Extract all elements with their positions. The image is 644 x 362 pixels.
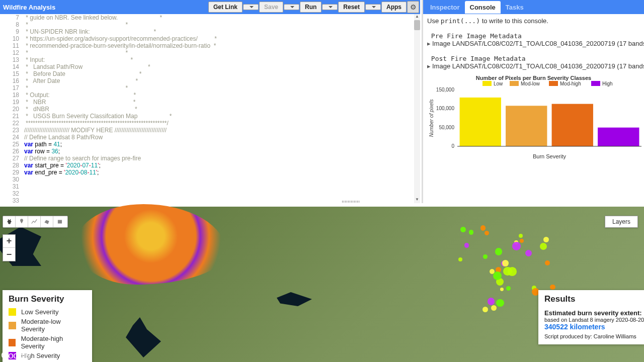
svg-text:Mod-high: Mod-high [560, 81, 581, 86]
script-title: Wildfire Analysis [3, 4, 55, 11]
side-panel: Inspector Console Tasks Use print(...) t… [422, 0, 644, 203]
console-body[interactable]: Use print(...) to write to this console.… [423, 14, 644, 203]
console-blank [427, 47, 640, 55]
splitter-grip-icon [342, 201, 360, 203]
marker-tool[interactable] [16, 216, 28, 227]
console-line: Pre Fire Image Metadata [427, 32, 640, 40]
burn-overlay [75, 204, 226, 285]
save-button[interactable]: Save [259, 2, 283, 13]
chart-title: Number of Pixels per Burn Severity Class… [427, 75, 640, 81]
line-gutter: 7891011121314151617181920212223242526272… [0, 14, 24, 203]
side-tabs: Inspector Console Tasks [423, 0, 644, 14]
code-area[interactable]: * guide on NBR. See linked below. * * * … [24, 14, 420, 203]
legend-label: Low Severity [21, 308, 58, 316]
pan-tool[interactable] [3, 216, 16, 227]
expand-icon: ▸ [427, 62, 432, 70]
legend-swatch [9, 339, 16, 346]
legend-title: Burn Severity [9, 294, 86, 304]
toolbar-buttons: Get Link Save Run Reset Apps ⚙ [208, 0, 419, 14]
editor-toolbar: Wildfire Analysis Get Link Save Run Rese… [0, 0, 420, 14]
chevron-down-icon [329, 6, 333, 8]
legend-swatch [9, 308, 16, 316]
results-value[interactable]: 340522 kilometers [544, 323, 638, 331]
results-basis: based on Landsat 8 imagery 2020-08-20 [544, 317, 638, 323]
legend-label: Moderate-high Severity [21, 335, 86, 350]
reset-dropdown[interactable] [365, 4, 381, 10]
gear-icon: ⚙ [410, 3, 417, 11]
svg-rect-16 [598, 128, 639, 146]
svg-text:100,000: 100,000 [436, 106, 455, 111]
zoom-out-button[interactable]: − [3, 248, 15, 261]
map-tools [3, 216, 68, 228]
results-headline: Estimated burn severity extent: [544, 309, 638, 317]
chevron-down-icon [290, 6, 294, 8]
layers-button[interactable]: Layers [605, 216, 638, 228]
legend-item: Moderate-high Severity [9, 334, 86, 351]
chevron-down-icon [250, 6, 254, 8]
svg-rect-14 [506, 106, 547, 146]
google-logo: Google [1, 350, 30, 361]
panel-splitter[interactable] [0, 203, 644, 207]
run-button[interactable]: Run [300, 2, 321, 13]
svg-rect-15 [552, 104, 593, 146]
svg-rect-13 [460, 98, 501, 146]
svg-rect-9 [549, 81, 558, 86]
map-water [277, 292, 312, 306]
chart-area: 050,000100,000150,000Number of pixelsLow… [427, 81, 643, 161]
run-dropdown[interactable] [322, 4, 338, 10]
console-chart: Number of Pixels per Burn Severity Class… [427, 75, 640, 161]
svg-rect-11 [591, 81, 600, 86]
expand-icon: ▸ [427, 40, 432, 47]
svg-rect-19 [57, 220, 61, 224]
zoom-controls: + − [3, 234, 16, 261]
scroll-thumb[interactable] [414, 20, 420, 30]
map[interactable]: + − Layers Burn Severity Low SeverityMod… [0, 207, 644, 362]
zoom-in-button[interactable]: + [3, 235, 15, 248]
tab-tasks[interactable]: Tasks [501, 1, 529, 14]
apps-button[interactable]: Apps [381, 2, 407, 13]
editor-scrollbar[interactable]: ▲ ▼ [414, 14, 420, 203]
save-dropdown[interactable] [284, 4, 299, 10]
tab-console[interactable]: Console [465, 1, 501, 14]
svg-rect-5 [482, 81, 492, 86]
get-link-dropdown[interactable] [243, 4, 259, 10]
map-water [126, 317, 161, 357]
results-panel: Results Estimated burn severity extent: … [538, 290, 644, 344]
legend-swatch [9, 322, 16, 329]
console-line: Post Fire Image Metadata [427, 55, 640, 62]
scroll-down-icon[interactable]: ▼ [414, 197, 420, 203]
polygon-tool[interactable] [41, 216, 53, 227]
console-expandable[interactable]: ▸Image LANDSAT/LC08/C02/T1_TOA/LC08_0410… [427, 62, 640, 70]
svg-text:Burn Severity: Burn Severity [533, 153, 567, 159]
console-expandable[interactable]: ▸Image LANDSAT/LC08/C02/T1_TOA/LC08_0410… [427, 40, 640, 47]
results-title: Results [544, 294, 638, 304]
settings-button[interactable]: ⚙ [407, 1, 419, 13]
tab-inspector[interactable]: Inspector [425, 1, 465, 14]
results-credit: Script produced by: Caroline Williams [544, 333, 638, 339]
svg-text:50,000: 50,000 [439, 125, 454, 130]
scroll-up-icon[interactable]: ▲ [414, 14, 420, 20]
svg-text:Number of pixels: Number of pixels [429, 99, 434, 137]
code-editor[interactable]: 7891011121314151617181920212223242526272… [0, 14, 420, 203]
svg-text:High: High [602, 81, 613, 86]
console-hint: Use print(...) to write to this console. [427, 17, 640, 25]
legend-item: Moderate-low Severity [9, 317, 86, 334]
chevron-down-icon [372, 6, 376, 8]
legend-label: Moderate-low Severity [21, 318, 86, 333]
svg-text:0: 0 [451, 143, 454, 149]
svg-rect-7 [510, 81, 519, 86]
legend-item: Low Severity [9, 307, 86, 317]
svg-text:150,000: 150,000 [436, 87, 455, 93]
get-link-button[interactable]: Get Link [208, 2, 243, 13]
line-tool[interactable] [28, 216, 41, 227]
rectangle-tool[interactable] [53, 216, 66, 227]
svg-text:Low: Low [494, 81, 503, 86]
reset-button[interactable]: Reset [338, 2, 365, 13]
svg-text:Mod-low: Mod-low [521, 81, 540, 86]
